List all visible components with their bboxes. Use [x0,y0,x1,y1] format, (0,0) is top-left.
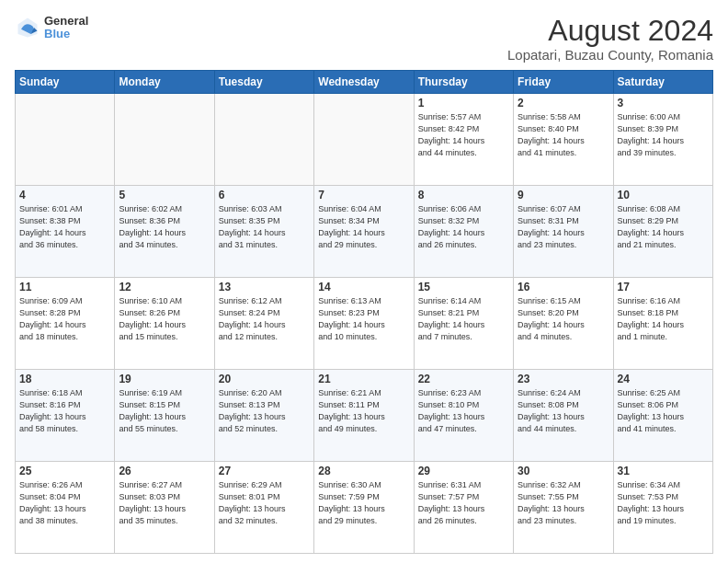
day-info: Sunrise: 6:26 AM Sunset: 8:04 PM Dayligh… [19,479,110,527]
table-row: 25Sunrise: 6:26 AM Sunset: 8:04 PM Dayli… [16,462,115,554]
table-row: 20Sunrise: 6:20 AM Sunset: 8:13 PM Dayli… [214,370,313,462]
day-number: 1 [418,97,509,109]
table-row: 24Sunrise: 6:25 AM Sunset: 8:06 PM Dayli… [613,370,712,462]
table-row: 16Sunrise: 6:15 AM Sunset: 8:20 PM Dayli… [514,278,613,370]
table-row: 28Sunrise: 6:30 AM Sunset: 7:59 PM Dayli… [314,462,414,554]
day-info: Sunrise: 6:31 AM Sunset: 7:57 PM Dayligh… [418,479,509,527]
day-info: Sunrise: 6:25 AM Sunset: 8:06 PM Dayligh… [618,387,709,435]
day-info: Sunrise: 6:34 AM Sunset: 7:53 PM Dayligh… [618,479,709,527]
day-info: Sunrise: 6:21 AM Sunset: 8:11 PM Dayligh… [318,387,409,435]
table-row: 19Sunrise: 6:19 AM Sunset: 8:15 PM Dayli… [115,370,214,462]
day-info: Sunrise: 6:30 AM Sunset: 7:59 PM Dayligh… [318,479,409,527]
table-row: 22Sunrise: 6:23 AM Sunset: 8:10 PM Dayli… [414,370,513,462]
logo-icon [15,15,40,40]
table-row [16,94,115,186]
day-number: 16 [518,281,609,293]
day-info: Sunrise: 6:07 AM Sunset: 8:31 PM Dayligh… [518,203,609,251]
table-row: 1Sunrise: 5:57 AM Sunset: 8:42 PM Daylig… [414,94,513,186]
day-info: Sunrise: 6:06 AM Sunset: 8:32 PM Dayligh… [418,203,509,251]
table-row: 10Sunrise: 6:08 AM Sunset: 8:29 PM Dayli… [613,186,712,278]
table-row: 23Sunrise: 6:24 AM Sunset: 8:08 PM Dayli… [514,370,613,462]
day-info: Sunrise: 6:15 AM Sunset: 8:20 PM Dayligh… [518,295,609,343]
page: General Blue August 2024 Lopatari, Buzau… [0,0,728,563]
day-number: 21 [318,373,409,385]
day-number: 15 [418,281,509,293]
header-sunday: Sunday [16,71,115,94]
day-info: Sunrise: 6:09 AM Sunset: 8:28 PM Dayligh… [19,295,110,343]
header-friday: Friday [514,71,613,94]
day-info: Sunrise: 6:10 AM Sunset: 8:26 PM Dayligh… [119,295,210,343]
table-row: 14Sunrise: 6:13 AM Sunset: 8:23 PM Dayli… [314,278,414,370]
logo-general: General [44,15,88,28]
table-row [314,94,414,186]
day-info: Sunrise: 6:24 AM Sunset: 8:08 PM Dayligh… [518,387,609,435]
header-wednesday: Wednesday [314,71,414,94]
table-row: 4Sunrise: 6:01 AM Sunset: 8:38 PM Daylig… [16,186,115,278]
table-row: 8Sunrise: 6:06 AM Sunset: 8:32 PM Daylig… [414,186,513,278]
day-number: 4 [19,189,110,201]
calendar-title: August 2024 [507,15,713,47]
table-row: 12Sunrise: 6:10 AM Sunset: 8:26 PM Dayli… [115,278,214,370]
day-info: Sunrise: 6:19 AM Sunset: 8:15 PM Dayligh… [119,387,210,435]
header: General Blue August 2024 Lopatari, Buzau… [15,15,713,63]
logo-blue: Blue [44,28,88,40]
table-row: 15Sunrise: 6:14 AM Sunset: 8:21 PM Dayli… [414,278,513,370]
day-number: 24 [618,373,709,385]
calendar-subtitle: Lopatari, Buzau County, Romania [507,47,713,63]
day-number: 13 [219,281,310,293]
day-number: 28 [318,465,409,477]
day-info: Sunrise: 6:03 AM Sunset: 8:35 PM Dayligh… [219,203,310,251]
day-number: 9 [518,189,609,201]
table-row: 17Sunrise: 6:16 AM Sunset: 8:18 PM Dayli… [613,278,712,370]
day-info: Sunrise: 5:58 AM Sunset: 8:40 PM Dayligh… [518,111,609,159]
day-number: 18 [19,373,110,385]
day-number: 7 [318,189,409,201]
day-info: Sunrise: 6:27 AM Sunset: 8:03 PM Dayligh… [119,479,210,527]
header-monday: Monday [115,71,214,94]
day-info: Sunrise: 6:14 AM Sunset: 8:21 PM Dayligh… [418,295,509,343]
day-number: 14 [318,281,409,293]
day-info: Sunrise: 6:01 AM Sunset: 8:38 PM Dayligh… [19,203,110,251]
day-info: Sunrise: 6:16 AM Sunset: 8:18 PM Dayligh… [618,295,709,343]
calendar-header-row: Sunday Monday Tuesday Wednesday Thursday… [16,71,713,94]
table-row [115,94,214,186]
table-row: 9Sunrise: 6:07 AM Sunset: 8:31 PM Daylig… [514,186,613,278]
day-number: 6 [219,189,310,201]
table-row: 30Sunrise: 6:32 AM Sunset: 7:55 PM Dayli… [514,462,613,554]
day-number: 26 [119,465,210,477]
calendar-table: Sunday Monday Tuesday Wednesday Thursday… [15,70,713,554]
table-row: 11Sunrise: 6:09 AM Sunset: 8:28 PM Dayli… [16,278,115,370]
day-number: 2 [518,97,609,109]
calendar-week-1: 1Sunrise: 5:57 AM Sunset: 8:42 PM Daylig… [16,94,713,186]
header-thursday: Thursday [414,71,513,94]
day-number: 8 [418,189,509,201]
day-number: 17 [618,281,709,293]
day-number: 19 [119,373,210,385]
table-row: 31Sunrise: 6:34 AM Sunset: 7:53 PM Dayli… [613,462,712,554]
calendar-week-3: 11Sunrise: 6:09 AM Sunset: 8:28 PM Dayli… [16,278,713,370]
day-number: 3 [618,97,709,109]
header-tuesday: Tuesday [214,71,313,94]
day-info: Sunrise: 5:57 AM Sunset: 8:42 PM Dayligh… [418,111,509,159]
day-number: 29 [418,465,509,477]
calendar-week-4: 18Sunrise: 6:18 AM Sunset: 8:16 PM Dayli… [16,370,713,462]
day-info: Sunrise: 6:00 AM Sunset: 8:39 PM Dayligh… [618,111,709,159]
table-row: 26Sunrise: 6:27 AM Sunset: 8:03 PM Dayli… [115,462,214,554]
day-number: 5 [119,189,210,201]
logo-text: General Blue [44,15,88,41]
day-info: Sunrise: 6:18 AM Sunset: 8:16 PM Dayligh… [19,387,110,435]
table-row: 13Sunrise: 6:12 AM Sunset: 8:24 PM Dayli… [214,278,313,370]
table-row: 3Sunrise: 6:00 AM Sunset: 8:39 PM Daylig… [613,94,712,186]
header-saturday: Saturday [613,71,712,94]
day-number: 22 [418,373,509,385]
day-info: Sunrise: 6:20 AM Sunset: 8:13 PM Dayligh… [219,387,310,435]
table-row: 27Sunrise: 6:29 AM Sunset: 8:01 PM Dayli… [214,462,313,554]
table-row: 2Sunrise: 5:58 AM Sunset: 8:40 PM Daylig… [514,94,613,186]
day-info: Sunrise: 6:32 AM Sunset: 7:55 PM Dayligh… [518,479,609,527]
title-area: August 2024 Lopatari, Buzau County, Roma… [507,15,713,63]
day-number: 20 [219,373,310,385]
day-info: Sunrise: 6:13 AM Sunset: 8:23 PM Dayligh… [318,295,409,343]
day-info: Sunrise: 6:02 AM Sunset: 8:36 PM Dayligh… [119,203,210,251]
day-number: 25 [19,465,110,477]
day-number: 12 [119,281,210,293]
